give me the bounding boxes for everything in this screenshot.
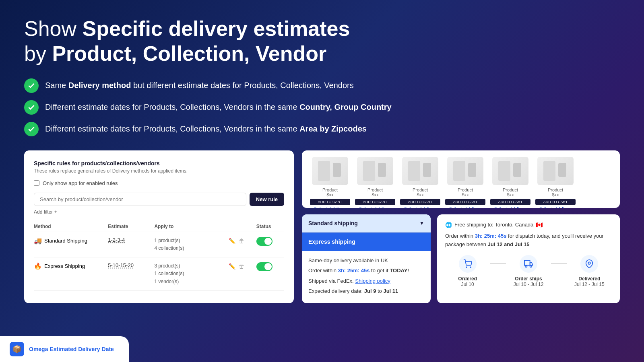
estimated-delivery-3: Estimated delivery from May 7 to May 9 bbox=[400, 207, 440, 208]
step-delivered-label: Delivered bbox=[567, 276, 612, 282]
svg-point-5 bbox=[588, 262, 591, 265]
feature-item-1: Same Delivery method but different estim… bbox=[24, 78, 620, 93]
estimate-cell-1: 1-2-3-4 bbox=[108, 232, 154, 257]
step-ships: Order ships Jul 10 - Jul 12 bbox=[506, 255, 551, 287]
detail-line-4: Expected delivery date: Jul 9 to Jul 11 bbox=[308, 287, 424, 295]
delivery-steps: Ordered Jul 10 bbox=[445, 255, 612, 287]
location-pin-icon bbox=[580, 255, 598, 273]
table-row: 🔥 Express Shipping 5-10-15-20 3 product(… bbox=[34, 257, 284, 291]
product-name-3: Product bbox=[400, 187, 440, 192]
express-option-text: Express shipping bbox=[308, 239, 355, 245]
detail-line-2: Order within 3h: 25m: 45s to get it TODA… bbox=[308, 267, 424, 275]
check-icon-1 bbox=[24, 78, 39, 93]
search-row: New rule bbox=[34, 193, 284, 206]
actions-cell-2: ✏️ 🗑 bbox=[229, 257, 256, 291]
features-list: Same Delivery method but different estim… bbox=[24, 78, 620, 136]
canada-flag-icon: 🇨🇦 bbox=[536, 222, 543, 228]
method-cell-1: 🚚 Standard Shipping bbox=[34, 232, 108, 257]
delivery-date-end: Jul 11 bbox=[383, 288, 398, 294]
edit-icon-1[interactable]: ✏️ bbox=[229, 238, 235, 244]
toggle-2[interactable] bbox=[256, 262, 272, 271]
product-price-6: $xx bbox=[535, 192, 576, 197]
estimate-value-2: 5-10-15-20 bbox=[108, 262, 134, 268]
apply-cell-2: 3 product(s) 1 collection(s) 1 vendor(s) bbox=[154, 257, 228, 291]
app-icon: 📦 bbox=[10, 342, 24, 356]
svg-point-3 bbox=[525, 265, 527, 267]
product-card-2: Product $xx ADD TO CART Estimated delive… bbox=[355, 157, 395, 208]
toggle-1[interactable] bbox=[256, 237, 272, 246]
product-row-card: Product $xx ADD TO CART Estimated delive… bbox=[302, 150, 620, 208]
delete-icon-1[interactable]: 🗑 bbox=[239, 238, 244, 244]
estimated-delivery-4: Estimated delivery from May 1 to May 3 bbox=[445, 207, 485, 208]
delete-icon-2[interactable]: 🗑 bbox=[239, 263, 244, 269]
rules-table: Method Estimate Apply to Status 🚚 Standa… bbox=[34, 221, 284, 291]
truck-icon bbox=[520, 255, 537, 273]
estimated-delivery-5: Estimated delivery from May 4 to May 6 bbox=[490, 207, 530, 208]
delivery-date-range: Jul 12 and Jul 15 bbox=[488, 241, 530, 247]
today-label: TODAY bbox=[390, 267, 407, 274]
add-to-cart-btn-4[interactable]: ADD TO CART bbox=[445, 199, 485, 205]
panel-subtitle: These rules replace general rules of Del… bbox=[34, 168, 284, 174]
shipping-dropdown[interactable]: Standard shipping ▼ bbox=[302, 214, 431, 232]
new-rule-button[interactable]: New rule bbox=[250, 193, 284, 206]
add-to-cart-btn-6[interactable]: ADD TO CART bbox=[535, 199, 576, 205]
feature-item-3: Different estimate dates for Products, C… bbox=[24, 122, 620, 136]
delivery-info-card: 🌐 Free shipping to: Toronto, Canada 🇨🇦 O… bbox=[437, 214, 620, 303]
method-cell-2: 🔥 Express Shipping bbox=[34, 257, 108, 291]
edit-icon-2[interactable]: ✏️ bbox=[229, 263, 235, 269]
product-card-6: Product $xx ADD TO CART Estimated delive… bbox=[535, 157, 576, 208]
products-grid: Product $xx ADD TO CART Estimated delive… bbox=[310, 157, 612, 208]
svg-point-4 bbox=[530, 265, 532, 267]
feature-text-3: Different estimate dates for Products, C… bbox=[45, 124, 367, 134]
actions-cell-1: ✏️ 🗑 bbox=[229, 232, 256, 257]
add-to-cart-btn-2[interactable]: ADD TO CART bbox=[355, 199, 395, 205]
add-to-cart-btn-1[interactable]: ADD TO CART bbox=[310, 199, 350, 205]
add-filter-button[interactable]: Add filter + bbox=[34, 209, 284, 215]
check-icon-3 bbox=[24, 122, 39, 136]
heading-line1-bold: Specific delivery estimates bbox=[83, 17, 350, 40]
countdown-timer-1: 3h: 25m: 45s bbox=[338, 267, 370, 274]
svg-point-1 bbox=[470, 267, 471, 268]
step-ships-date: Jul 10 - Jul 12 bbox=[506, 282, 551, 287]
col-header-apply: Apply to bbox=[154, 221, 228, 232]
col-header-estimate: Estimate bbox=[108, 221, 154, 232]
panel-title: Specific rules for products/collections/… bbox=[34, 160, 284, 167]
countdown-timer-2: 3h: 25m: 45s bbox=[475, 233, 507, 239]
product-name-5: Product bbox=[490, 187, 530, 192]
search-input[interactable] bbox=[34, 193, 246, 206]
app-name: Omega Estimated Delivery Date bbox=[29, 346, 114, 352]
chevron-down-icon: ▼ bbox=[419, 220, 424, 226]
estimate-cell-2: 5-10-15-20 bbox=[108, 257, 154, 291]
detail-line-1: Same-day delivery available in UK bbox=[308, 257, 424, 265]
product-price-4: $xx bbox=[445, 192, 485, 197]
feature-item-2: Different estimate dates for Products, C… bbox=[24, 100, 620, 115]
shipping-details: Same-day delivery available in UK Order … bbox=[302, 251, 431, 303]
shipping-policy-link[interactable]: Shipping policy bbox=[355, 278, 390, 284]
status-cell-1 bbox=[256, 232, 284, 257]
add-to-cart-btn-3[interactable]: ADD TO CART bbox=[400, 199, 440, 205]
product-image-2 bbox=[357, 157, 393, 185]
add-to-cart-btn-5[interactable]: ADD TO CART bbox=[490, 199, 530, 205]
express-shipping-option[interactable]: Express shipping bbox=[302, 232, 431, 251]
product-card-3: Product $xx ADD TO CART Estimated delive… bbox=[400, 157, 440, 208]
standard-shipping-icon: 🚚 bbox=[34, 237, 42, 245]
step-divider-2 bbox=[551, 263, 567, 264]
col-header-status: Status bbox=[256, 221, 284, 232]
bottom-section: Specific rules for products/collections/… bbox=[24, 150, 620, 303]
globe-icon: 🌐 bbox=[445, 222, 452, 228]
express-shipping-icon: 🔥 bbox=[34, 262, 42, 270]
product-image-5 bbox=[492, 157, 528, 185]
only-show-checkbox[interactable] bbox=[34, 180, 39, 186]
feature-text-2: Different estimate dates for Products, C… bbox=[45, 103, 392, 112]
product-image-1 bbox=[312, 157, 348, 185]
delivery-date-start: Jul 9 bbox=[364, 288, 376, 294]
checkbox-row[interactable]: Only show app for enabled rules bbox=[34, 180, 284, 186]
product-price-1: $xx bbox=[310, 192, 350, 197]
shipping-bottom: Standard shipping ▼ Express shipping Sam… bbox=[302, 214, 620, 303]
product-name-1: Product bbox=[310, 187, 350, 192]
apply-cell-1: 1 product(s) 4 collection(s) bbox=[154, 232, 228, 257]
step-ships-label: Order ships bbox=[506, 276, 551, 282]
check-icon-2 bbox=[24, 100, 39, 115]
step-ordered: Ordered Jul 10 bbox=[445, 255, 490, 287]
step-ordered-label: Ordered bbox=[445, 276, 490, 282]
